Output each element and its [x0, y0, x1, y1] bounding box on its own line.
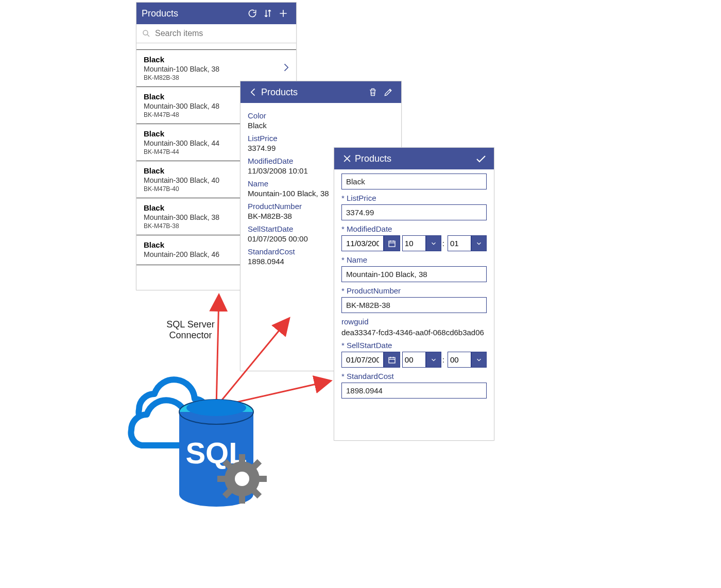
search-icon — [142, 29, 151, 38]
listprice-input[interactable] — [341, 204, 487, 220]
list-item-subtitle: Mountain-100 Black, 38 — [144, 65, 289, 73]
detail-title: Products — [261, 87, 365, 98]
modifieddate-date-input[interactable] — [341, 235, 384, 251]
edit-body: ListPrice ModifiedDate : Name ProductNum… — [334, 169, 494, 403]
hour-dropdown-icon[interactable] — [426, 235, 441, 251]
list-header: Products — [136, 3, 296, 24]
calendar-icon[interactable] — [384, 235, 400, 251]
svg-rect-10 — [239, 454, 245, 463]
svg-rect-13 — [258, 476, 267, 482]
name-label: Name — [341, 255, 487, 264]
sellstartdate-row: : — [341, 352, 487, 368]
listprice-label: ListPrice — [341, 194, 487, 202]
rowguid-value: dea33347-fcd3-4346-aa0f-068cd6b3ad06 — [341, 328, 487, 337]
list-item-code: BK-M82B-38 — [144, 74, 289, 81]
name-input[interactable] — [341, 266, 487, 282]
close-icon[interactable] — [339, 151, 355, 166]
productnumber-input[interactable] — [341, 297, 487, 313]
edit-header: Products — [334, 148, 494, 169]
list-spacer — [136, 43, 296, 50]
svg-point-0 — [143, 30, 148, 35]
svg-rect-1 — [389, 241, 395, 247]
sellstartdate-label: SellStartDate — [341, 341, 487, 350]
search-row[interactable] — [136, 24, 296, 43]
sort-icon[interactable] — [260, 6, 276, 21]
back-icon[interactable] — [246, 84, 261, 100]
modifieddate-label: ModifiedDate — [341, 224, 487, 233]
time-colon: : — [441, 239, 445, 248]
search-input[interactable] — [154, 28, 291, 39]
svg-rect-12 — [217, 476, 227, 482]
standardcost-label: StandardCost — [341, 372, 487, 381]
minute-dropdown-icon[interactable] — [471, 235, 487, 251]
sellstartdate-minute-input[interactable] — [448, 352, 471, 368]
time-colon: : — [441, 355, 445, 364]
sellstartdate-date-input[interactable] — [341, 352, 384, 368]
svg-rect-11 — [239, 494, 245, 504]
sql-database-graphic: SQL — [124, 350, 299, 515]
edit-icon[interactable] — [381, 84, 396, 100]
list-item-title: Black — [144, 55, 289, 64]
svg-rect-2 — [389, 357, 395, 363]
productnumber-label: ProductNumber — [341, 286, 487, 295]
edit-title: Products — [355, 153, 473, 164]
modifieddate-hour-input[interactable] — [402, 235, 426, 251]
sellstartdate-hour-input[interactable] — [402, 352, 426, 368]
minute-dropdown-icon[interactable] — [471, 352, 487, 368]
connector-label-line2: Connector — [154, 330, 227, 341]
svg-point-9 — [235, 472, 249, 486]
color-value: Black — [248, 121, 394, 130]
chevron-right-icon — [281, 62, 291, 75]
detail-header: Products — [241, 81, 401, 103]
standardcost-input[interactable] — [341, 383, 487, 399]
color-label: Color — [248, 111, 394, 120]
modifieddate-row: : — [341, 235, 487, 251]
color-input[interactable] — [341, 174, 487, 189]
connector-label: SQL Server Connector — [154, 319, 227, 341]
gear-icon — [217, 454, 267, 504]
listprice-label: ListPrice — [248, 134, 394, 143]
svg-point-7 — [186, 400, 246, 416]
hour-dropdown-icon[interactable] — [426, 352, 441, 368]
modifieddate-minute-input[interactable] — [448, 235, 471, 251]
rowguid-label: rowguid — [341, 317, 487, 326]
refresh-icon[interactable] — [245, 6, 260, 21]
connector-label-line1: SQL Server — [154, 319, 227, 330]
add-icon[interactable] — [276, 6, 291, 21]
products-edit-panel: Products ListPrice ModifiedDate : Name P… — [334, 147, 494, 441]
calendar-icon[interactable] — [384, 352, 400, 368]
delete-icon[interactable] — [365, 84, 381, 100]
confirm-icon[interactable] — [473, 151, 489, 166]
list-title: Products — [142, 8, 245, 19]
